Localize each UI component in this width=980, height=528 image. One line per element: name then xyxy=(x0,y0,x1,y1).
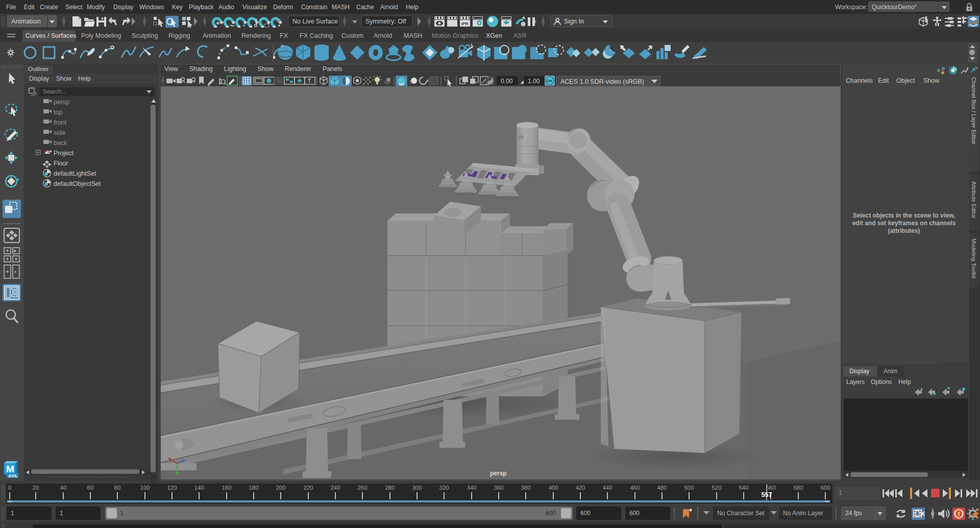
svg-text:400: 400 xyxy=(548,485,558,491)
svg-text:40: 40 xyxy=(60,485,67,491)
svg-text:20: 20 xyxy=(33,485,39,491)
svg-text:580: 580 xyxy=(793,485,803,491)
svg-text:IPR: IPR xyxy=(461,21,469,26)
svg-text:260: 260 xyxy=(357,485,367,491)
svg-text:500: 500 xyxy=(684,485,694,491)
svg-text:1.00: 1.00 xyxy=(528,78,540,85)
svg-text:420: 420 xyxy=(575,485,585,491)
svg-text:back: back xyxy=(54,139,67,147)
svg-text:220: 220 xyxy=(303,485,313,491)
svg-text:200: 200 xyxy=(276,485,285,491)
svg-text:persp: persp xyxy=(54,99,69,106)
svg-text:side: side xyxy=(54,129,65,136)
svg-text:ON: ON xyxy=(547,79,552,83)
svg-text:360: 360 xyxy=(494,485,503,491)
svg-text:defaultLightSet: defaultLightSet xyxy=(54,170,96,177)
svg-text:600: 600 xyxy=(820,485,830,491)
svg-text:Project: Project xyxy=(54,150,74,157)
svg-text:0: 0 xyxy=(8,485,11,491)
svg-text:340: 340 xyxy=(467,485,476,491)
svg-text:120: 120 xyxy=(167,485,177,491)
svg-text:M: M xyxy=(6,464,14,474)
svg-text:320: 320 xyxy=(439,485,449,491)
svg-text:80: 80 xyxy=(114,485,121,491)
svg-text:140: 140 xyxy=(194,485,204,491)
svg-text:AYA: AYA xyxy=(8,473,17,478)
svg-text:T: T xyxy=(308,78,311,84)
svg-text:top: top xyxy=(54,109,62,116)
svg-text:557: 557 xyxy=(762,491,772,498)
svg-text:defaultObjectSet: defaultObjectSet xyxy=(54,180,101,187)
svg-text:160: 160 xyxy=(222,485,231,491)
svg-text:280: 280 xyxy=(385,485,395,491)
svg-text:240: 240 xyxy=(330,485,340,491)
svg-text:No Live Surface: No Live Surface xyxy=(292,18,338,25)
svg-text:100: 100 xyxy=(140,485,150,491)
svg-text:180: 180 xyxy=(249,485,258,491)
svg-text:440: 440 xyxy=(602,485,612,491)
svg-text:480: 480 xyxy=(657,485,667,491)
svg-text:60: 60 xyxy=(87,485,94,491)
svg-text:460: 460 xyxy=(630,485,640,491)
svg-text:persp: persp xyxy=(490,470,507,477)
svg-text:300: 300 xyxy=(412,485,422,491)
svg-text:front: front xyxy=(54,119,67,126)
svg-text:Symmetry: Off: Symmetry: Off xyxy=(365,18,406,25)
svg-text:520: 520 xyxy=(712,485,721,491)
svg-text:560: 560 xyxy=(766,485,775,491)
svg-text:540: 540 xyxy=(739,485,748,491)
svg-text:380: 380 xyxy=(521,485,530,491)
svg-text:ACES 1.0 SDR-video (sRGB): ACES 1.0 SDR-video (sRGB) xyxy=(560,78,644,85)
svg-text:0.00: 0.00 xyxy=(501,78,513,85)
svg-text:Floor: Floor xyxy=(54,160,68,167)
